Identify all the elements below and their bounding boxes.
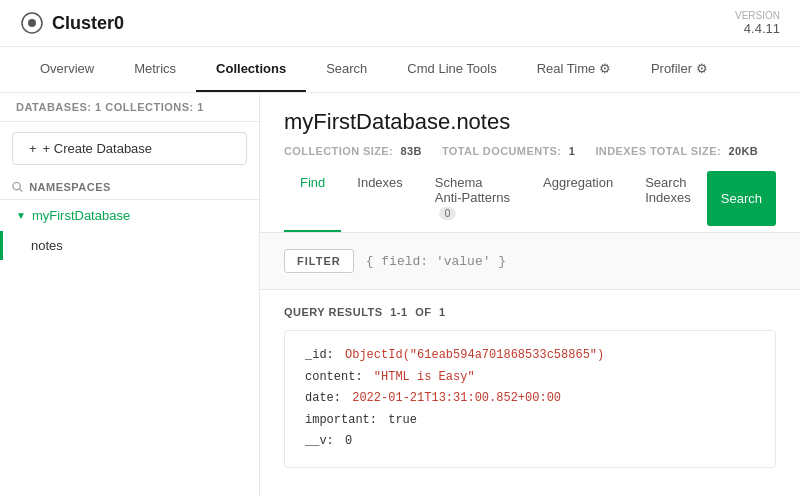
svg-point-2 — [13, 182, 20, 189]
size-value: 83B — [401, 145, 422, 157]
indexes-value: 20KB — [728, 145, 758, 157]
doc-id-key: _id: — [305, 348, 334, 362]
filter-row: FILTER { field: 'value' } — [284, 249, 776, 273]
search-button[interactable]: Search — [707, 171, 776, 226]
sidebar-meta: DATABASES: 1 COLLECTIONS: 1 — [0, 93, 259, 122]
tab-collections[interactable]: Collections — [196, 47, 306, 92]
tab-metrics[interactable]: Metrics — [114, 47, 196, 92]
collection-meta: COLLECTION SIZE: 83B TOTAL DOCUMENTS: 1 … — [284, 145, 776, 157]
indexes-label: INDEXES TOTAL SIZE: — [595, 145, 721, 157]
content-area: myFirstDatabase.notes COLLECTION SIZE: 8… — [260, 93, 800, 497]
search-icon — [12, 181, 23, 193]
doc-content-field: content: "HTML is Easy" — [305, 367, 755, 389]
subtab-indexes[interactable]: Indexes — [341, 165, 419, 232]
query-results: QUERY RESULTS 1-1 OF 1 _id: ObjectId("61… — [260, 290, 800, 484]
plus-icon: + — [29, 141, 37, 156]
version-info: VERSION 4.4.11 — [735, 10, 780, 36]
doc-content-key: content: — [305, 370, 363, 384]
subtab-schema[interactable]: Schema Anti-Patterns 0 — [419, 165, 527, 232]
size-meta: COLLECTION SIZE: 83B — [284, 145, 422, 157]
doc-date-field: date: 2022-01-21T13:31:00.852+00:00 — [305, 388, 755, 410]
collection-name: notes — [31, 238, 63, 253]
main-layout: DATABASES: 1 COLLECTIONS: 1 + + Create D… — [0, 93, 800, 497]
docs-meta: TOTAL DOCUMENTS: 1 — [442, 145, 575, 157]
content-header: myFirstDatabase.notes COLLECTION SIZE: 8… — [260, 93, 800, 165]
filter-area: FILTER { field: 'value' } — [260, 233, 800, 290]
database-name: myFirstDatabase — [32, 208, 130, 223]
doc-content-value: "HTML is Easy" — [374, 370, 475, 384]
namespace-search[interactable] — [0, 175, 259, 200]
database-item[interactable]: ▼ myFirstDatabase — [0, 200, 259, 231]
create-db-label: + Create Database — [43, 141, 152, 156]
cluster-title: Cluster0 — [52, 13, 124, 34]
doc-id-field: _id: ObjectId("61eab594a701868533c58865"… — [305, 345, 755, 367]
tab-overview[interactable]: Overview — [20, 47, 114, 92]
doc-important-value: true — [388, 413, 417, 427]
doc-v-key: __v: — [305, 434, 334, 448]
collection-item-notes[interactable]: notes — [0, 231, 259, 260]
chevron-down-icon: ▼ — [16, 210, 26, 221]
doc-date-value: 2022-01-21T13:31:00.852+00:00 — [352, 391, 561, 405]
schema-badge: 0 — [439, 207, 457, 220]
sub-tabs: Find Indexes Schema Anti-Patterns 0 Aggr… — [260, 165, 800, 233]
cluster-icon — [20, 11, 44, 35]
doc-id-value: ObjectId("61eab594a701868533c58865") — [345, 348, 604, 362]
docs-value: 1 — [569, 145, 576, 157]
namespace-input[interactable] — [29, 181, 247, 193]
tab-realtime[interactable]: Real Time ⚙ — [517, 47, 631, 92]
docs-label: TOTAL DOCUMENTS: — [442, 145, 561, 157]
subtab-aggregation[interactable]: Aggregation — [527, 165, 629, 232]
version-number: 4.4.11 — [735, 21, 780, 36]
doc-v-field: __v: 0 — [305, 431, 755, 453]
doc-v-value: 0 — [345, 434, 352, 448]
top-header: Cluster0 VERSION 4.4.11 — [0, 0, 800, 47]
version-label: VERSION — [735, 10, 780, 21]
tab-cmdline[interactable]: Cmd Line Tools — [387, 47, 516, 92]
indexes-meta: INDEXES TOTAL SIZE: 20KB — [595, 145, 758, 157]
size-label: COLLECTION SIZE: — [284, 145, 393, 157]
filter-button[interactable]: FILTER — [284, 249, 354, 273]
cluster-name: Cluster0 — [20, 11, 124, 35]
query-results-label: QUERY RESULTS 1-1 OF 1 — [284, 306, 776, 318]
doc-date-key: date: — [305, 391, 341, 405]
svg-line-3 — [19, 189, 22, 192]
doc-important-key: important: — [305, 413, 377, 427]
filter-input-display[interactable]: { field: 'value' } — [366, 254, 776, 269]
doc-important-field: important: true — [305, 410, 755, 432]
sidebar: DATABASES: 1 COLLECTIONS: 1 + + Create D… — [0, 93, 260, 497]
tab-search[interactable]: Search — [306, 47, 387, 92]
svg-point-1 — [28, 19, 36, 27]
create-database-button[interactable]: + + Create Database — [12, 132, 247, 165]
document-card: _id: ObjectId("61eab594a701868533c58865"… — [284, 330, 776, 468]
subtab-search-indexes[interactable]: Search Indexes — [629, 165, 707, 232]
tab-profiler[interactable]: Profiler ⚙ — [631, 47, 728, 92]
subtab-find[interactable]: Find — [284, 165, 341, 232]
collection-title: myFirstDatabase.notes — [284, 109, 776, 135]
nav-tabs: Overview Metrics Collections Search Cmd … — [0, 47, 800, 93]
